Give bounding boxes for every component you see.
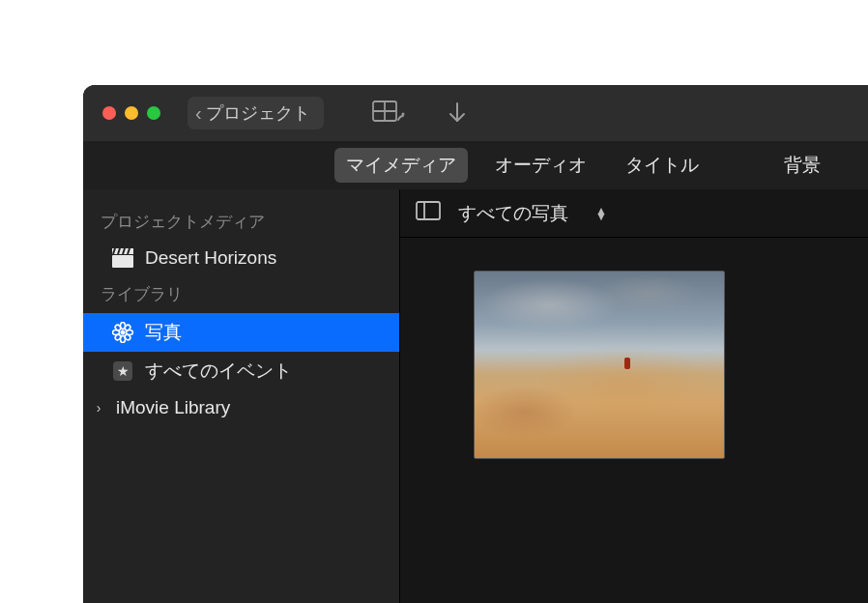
sidebar-toggle-icon[interactable] [416, 201, 441, 225]
close-window-button[interactable] [102, 106, 116, 120]
back-to-projects-button[interactable]: ‹ プロジェクト [188, 97, 324, 129]
fullscreen-window-button[interactable] [147, 106, 160, 120]
filter-label: すべての写真 [458, 201, 568, 226]
tab-titles[interactable]: タイトル [614, 148, 710, 183]
download-arrow-icon[interactable] [448, 101, 467, 125]
sidebar-item-all-events[interactable]: ★ すべてのイベント [83, 352, 399, 390]
photo-thumbnail[interactable] [474, 271, 725, 459]
tab-audio[interactable]: オーディオ [483, 148, 598, 183]
sidebar-item-photos[interactable]: 写真 [83, 313, 399, 352]
sidebar-item-project[interactable]: Desert Horizons [83, 241, 399, 275]
sidebar-item-imovie-library[interactable]: › iMovie Library [83, 390, 399, 425]
filter-dropdown[interactable]: すべての写真 ▲▼ [458, 201, 607, 226]
content-area: プロジェクトメディア Desert Horizons ライブラリ [83, 189, 868, 603]
media-browser-panel: すべての写真 ▲▼ [400, 189, 868, 603]
sidebar-section-project-media: プロジェクトメディア [83, 203, 399, 241]
photos-flower-icon [112, 322, 133, 343]
svg-rect-5 [112, 255, 133, 268]
window-controls [102, 106, 160, 120]
tab-label: マイメディア [346, 155, 456, 175]
tab-label: 背景 [784, 155, 821, 175]
chevron-left-icon: ‹ [195, 103, 202, 123]
svg-point-3 [401, 113, 404, 116]
updown-chevron-icon: ▲▼ [595, 208, 607, 219]
panel-header: すべての写真 ▲▼ [400, 189, 868, 238]
sidebar-item-label: すべてのイベント [145, 359, 292, 384]
svg-rect-15 [417, 202, 440, 219]
sidebar: プロジェクトメディア Desert Horizons ライブラリ [83, 189, 400, 603]
svg-point-6 [121, 330, 126, 335]
clapperboard-icon [112, 247, 133, 269]
app-window: ‹ プロジェクト マイメディア [83, 85, 868, 603]
tab-backgrounds[interactable]: 背景 [772, 148, 832, 183]
back-button-label: プロジェクト [206, 101, 310, 125]
sidebar-section-library: ライブラリ [83, 275, 399, 313]
tab-label: オーディオ [495, 155, 587, 175]
sidebar-item-label: 写真 [145, 320, 182, 345]
chevron-right-icon: › [93, 400, 104, 416]
tab-my-media[interactable]: マイメディア [334, 148, 468, 183]
minimize-window-button[interactable] [125, 106, 138, 120]
sidebar-item-label: Desert Horizons [145, 247, 276, 269]
star-icon: ★ [112, 360, 133, 382]
thumbnail-grid [400, 238, 868, 603]
sidebar-item-label: iMovie Library [116, 397, 230, 418]
media-tabs: マイメディア オーディオ タイトル 背景 [83, 141, 868, 189]
media-import-icon[interactable] [372, 100, 405, 126]
toolbar-icon-group [372, 100, 467, 126]
tab-label: タイトル [625, 155, 699, 175]
titlebar: ‹ プロジェクト [83, 85, 868, 141]
